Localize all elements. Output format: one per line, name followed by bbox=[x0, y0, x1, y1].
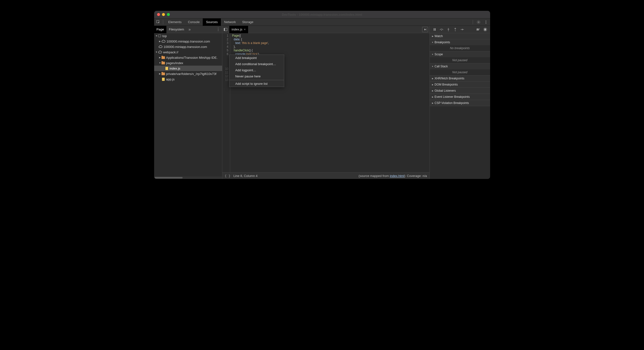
editor-tabs: index.js × bbox=[222, 26, 430, 33]
ctx-add-breakpoint[interactable]: Add breakpoint bbox=[230, 55, 284, 61]
toggle-navigator-icon[interactable] bbox=[222, 26, 229, 33]
cursor-position: Line 8, Column 4 bbox=[234, 174, 258, 178]
tree-private-folder[interactable]: ▶private/var/folders/v_/zp7tgl610v73f bbox=[154, 71, 222, 76]
cloud-icon bbox=[158, 51, 162, 54]
nav-more-icon[interactable]: » bbox=[186, 27, 193, 32]
svg-point-12 bbox=[455, 30, 456, 31]
frame-icon bbox=[158, 35, 161, 37]
inspect-element-icon[interactable] bbox=[156, 20, 161, 25]
debugger-toolbar bbox=[430, 26, 490, 33]
source-mapped-label: (source mapped from index.html) bbox=[358, 174, 406, 178]
file-icon bbox=[166, 67, 168, 70]
svg-point-1 bbox=[478, 21, 479, 22]
svg-point-13 bbox=[463, 29, 464, 30]
ctx-add-ignore-list[interactable]: Add script to ignore list bbox=[230, 81, 284, 87]
divider bbox=[163, 20, 163, 24]
gear-icon[interactable] bbox=[476, 20, 481, 25]
tab-elements[interactable]: Elements bbox=[165, 19, 185, 26]
line-gutter[interactable]: 1 2 3 4 5 6 10 11 12 13 bbox=[222, 33, 230, 172]
code-editor[interactable]: 1 2 3 4 5 6 10 11 12 13 Page({ data: bbox=[222, 33, 430, 172]
breakpoints-empty: No breakpoints bbox=[430, 45, 490, 51]
tree-applications-folder[interactable]: ▶Applications/Transsion MiniApp IDE. bbox=[154, 55, 222, 60]
tree-domain-2[interactable]: 100000.miniapp.transsion.com bbox=[154, 44, 222, 49]
svg-rect-9 bbox=[435, 28, 436, 31]
zoom-button[interactable] bbox=[167, 13, 170, 16]
svg-point-4 bbox=[486, 23, 486, 24]
event-listener-breakpoints-section[interactable]: ▶Event Listener Breakpoints bbox=[430, 94, 490, 100]
tab-storage[interactable]: Storage bbox=[239, 19, 257, 26]
titlebar: DevTools - 100000.miniapp.transsion.com/… bbox=[154, 11, 490, 19]
svg-rect-6 bbox=[224, 28, 225, 31]
code-content[interactable]: Page({ data: { text: 'this is a blank pa… bbox=[230, 33, 430, 172]
dom-breakpoints-section[interactable]: ▶DOM Breakpoints bbox=[430, 82, 490, 88]
divider bbox=[473, 20, 473, 24]
source-map-link[interactable]: index.html bbox=[390, 174, 404, 178]
breakpoints-section[interactable]: ▼Breakpoints bbox=[430, 39, 490, 45]
global-listeners-section[interactable]: ▶Global Listeners bbox=[430, 88, 490, 94]
svg-point-10 bbox=[441, 30, 442, 31]
close-tab-icon[interactable]: × bbox=[244, 28, 246, 31]
tree-pages-index-folder[interactable]: ▼pages/index bbox=[154, 60, 222, 66]
step-over-icon[interactable] bbox=[440, 28, 444, 32]
tab-network[interactable]: Network bbox=[221, 19, 239, 26]
folder-icon bbox=[162, 56, 165, 59]
coverage-label: Coverage: n/a bbox=[407, 174, 427, 178]
cloud-icon bbox=[162, 40, 166, 43]
nav-kebab-icon[interactable]: ⋮ bbox=[214, 27, 222, 32]
step-out-icon[interactable] bbox=[453, 28, 457, 32]
ctx-add-conditional-breakpoint[interactable]: Add conditional breakpoint… bbox=[230, 61, 284, 67]
svg-point-11 bbox=[448, 30, 449, 31]
pause-icon[interactable] bbox=[433, 28, 436, 32]
close-button[interactable] bbox=[157, 13, 160, 16]
file-icon bbox=[162, 78, 165, 81]
traffic-lights bbox=[154, 13, 170, 16]
nav-tab-filesystem[interactable]: Filesystem bbox=[166, 26, 186, 33]
tree-top-frame[interactable]: ▼top bbox=[154, 33, 222, 39]
ctx-add-logpoint[interactable]: Add logpoint… bbox=[230, 67, 284, 73]
minimize-button[interactable] bbox=[162, 13, 165, 16]
navigator-tabs: Page Filesystem » ⋮ bbox=[154, 26, 222, 33]
debugger-sidebar: ▶Watch ▼Breakpoints No breakpoints ▼Scop… bbox=[430, 26, 490, 179]
pause-on-exceptions-icon[interactable] bbox=[483, 28, 487, 32]
folder-icon bbox=[162, 73, 165, 75]
svg-point-3 bbox=[486, 22, 486, 22]
cloud-icon bbox=[158, 45, 162, 48]
context-menu: Add breakpoint Add conditional breakpoin… bbox=[229, 55, 284, 87]
devtools-window: DevTools - 100000.miniapp.transsion.com/… bbox=[154, 11, 490, 179]
window-title: DevTools - 100000.miniapp.transsion.com/… bbox=[282, 13, 362, 17]
editor-pane: index.js × 1 2 3 4 5 6 10 bbox=[222, 26, 430, 179]
scope-section[interactable]: ▼Scope bbox=[430, 51, 490, 57]
tree-file-app-js[interactable]: app.js bbox=[154, 76, 222, 82]
kebab-icon[interactable] bbox=[483, 20, 489, 25]
tree-file-index-js[interactable]: index.js bbox=[154, 66, 222, 71]
ctx-separator bbox=[230, 80, 284, 80]
watch-section[interactable]: ▶Watch bbox=[430, 33, 490, 39]
csp-breakpoints-section[interactable]: ▶CSP Violation Breakpoints bbox=[430, 100, 490, 106]
navigator-panel: Page Filesystem » ⋮ ▼top ▶100000.miniapp… bbox=[154, 26, 222, 179]
ctx-never-pause[interactable]: Never pause here bbox=[230, 73, 284, 79]
tab-console[interactable]: Console bbox=[185, 19, 203, 26]
svg-rect-17 bbox=[485, 29, 486, 31]
folder-icon bbox=[162, 62, 165, 64]
main-area: Page Filesystem » ⋮ ▼top ▶100000.miniapp… bbox=[154, 26, 490, 179]
editor-status-bar: { } Line 8, Column 4 (source mapped from… bbox=[222, 172, 430, 179]
nav-tab-page[interactable]: Page bbox=[154, 26, 166, 33]
file-tree: ▼top ▶100000.miniapp.transsion.com 10000… bbox=[154, 33, 222, 177]
top-toolbar: Elements Console Sources Network Storage bbox=[154, 19, 490, 26]
run-snippet-button[interactable] bbox=[422, 27, 428, 32]
svg-rect-7 bbox=[426, 29, 426, 31]
tab-sources[interactable]: Sources bbox=[203, 19, 221, 26]
xhr-breakpoints-section[interactable]: ▶XHR/fetch Breakpoints bbox=[430, 75, 490, 81]
step-into-icon[interactable] bbox=[446, 28, 450, 32]
tree-domain-1[interactable]: ▶100000.miniapp.transsion.com bbox=[154, 39, 222, 44]
editor-tab-index-js[interactable]: index.js × bbox=[229, 26, 248, 33]
callstack-section[interactable]: ▼Call Stack bbox=[430, 63, 490, 69]
tree-webpack[interactable]: ▼webpack:// bbox=[154, 49, 222, 55]
deactivate-breakpoints-icon[interactable] bbox=[476, 28, 480, 32]
scope-not-paused: Not paused bbox=[430, 57, 490, 63]
callstack-not-paused: Not paused bbox=[430, 69, 490, 75]
svg-point-2 bbox=[486, 20, 486, 21]
navigator-scrollbar[interactable] bbox=[154, 177, 222, 179]
step-icon[interactable] bbox=[460, 28, 464, 32]
pretty-print-button[interactable]: { } bbox=[225, 174, 230, 178]
